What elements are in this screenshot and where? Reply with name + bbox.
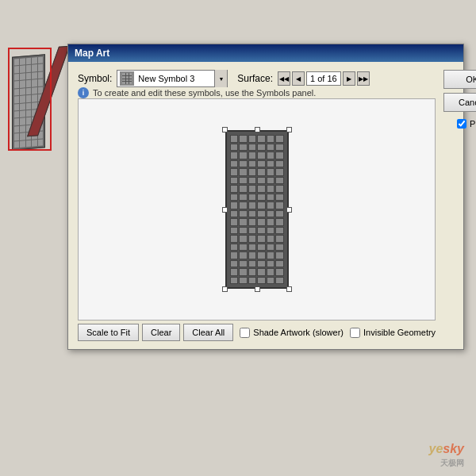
map-art-dialog: Map Art Symbol: New Symbol 3: [67, 44, 464, 350]
symbol-dropdown-arrow[interactable]: ▼: [214, 70, 227, 87]
symbol-thumbnail: [120, 71, 134, 86]
nav-controls: ◀◀ ◀ 1 of 16 ▶ ▶▶: [278, 71, 370, 86]
handle-tr[interactable]: [286, 127, 292, 132]
dialog-main: Symbol: New Symbol 3 ▼: [68, 62, 463, 349]
clear-all-button[interactable]: Clear All: [183, 324, 233, 341]
shade-artwork-label[interactable]: Shade Artwork (slower): [253, 328, 344, 337]
shade-artwork-checkbox[interactable]: [240, 328, 250, 338]
symbol-row: Symbol: New Symbol 3 ▼: [78, 70, 436, 87]
dialog-title-bar: Map Art: [68, 44, 463, 62]
info-icon: i: [78, 87, 89, 98]
3d-object: [8, 48, 52, 151]
handle-mr[interactable]: [286, 207, 292, 213]
symbol-label: Symbol:: [78, 73, 112, 84]
chevron-down-icon: ▼: [218, 76, 224, 82]
nav-last-button[interactable]: ▶▶: [357, 71, 370, 86]
info-row: i To create and edit these symbols, use …: [78, 87, 436, 98]
shade-artwork-group: Shade Artwork (slower): [240, 328, 344, 338]
bottom-row: Scale to Fit Clear Clear All Shade Artwo…: [78, 321, 436, 341]
info-text: To create and edit these symbols, use th…: [93, 88, 316, 98]
watermark-brand: yesky: [429, 441, 465, 458]
preview-label[interactable]: Preview: [470, 119, 476, 129]
handle-tc[interactable]: [255, 127, 260, 132]
surface-label: Surface:: [237, 73, 273, 84]
handle-ml[interactable]: [222, 207, 228, 213]
handle-bc[interactable]: [255, 286, 260, 292]
preview-canvas: // Inline grid cells for(let i=0;i<108;i…: [78, 98, 436, 321]
symbol-dropdown-text: New Symbol 3: [136, 74, 214, 83]
canvas-object: // Inline grid cells for(let i=0;i<108;i…: [225, 130, 289, 289]
surface-count: 1 of 16: [306, 71, 341, 86]
cancel-button[interactable]: Cancel: [443, 93, 476, 112]
watermark: yesky 天极网: [429, 441, 465, 468]
invisible-geometry-group: Invisible Geometry: [350, 328, 436, 338]
dialog-right-panel: OK Cancel Preview: [443, 62, 476, 349]
ok-button[interactable]: OK: [443, 70, 476, 89]
watermark-cn: 天极网: [429, 458, 465, 468]
dialog-title: Map Art: [75, 48, 109, 59]
handle-tl[interactable]: [222, 127, 228, 132]
dialog-content: Symbol: New Symbol 3 ▼: [68, 62, 443, 349]
scale-to-fit-button[interactable]: Scale to Fit: [78, 324, 139, 341]
nav-first-button[interactable]: ◀◀: [278, 71, 290, 86]
invisible-geometry-label[interactable]: Invisible Geometry: [363, 328, 436, 337]
grid-object: // Inline grid cells for(let i=0;i<108;i…: [225, 130, 289, 289]
symbol-dropdown[interactable]: New Symbol 3 ▼: [117, 70, 228, 87]
handle-br[interactable]: [286, 286, 292, 292]
preview-checkbox[interactable]: [457, 119, 466, 129]
nav-prev-button[interactable]: ◀: [292, 71, 305, 86]
handle-bl[interactable]: [222, 286, 228, 292]
clear-button[interactable]: Clear: [142, 324, 180, 341]
preview-check-row: Preview: [457, 119, 476, 129]
invisible-geometry-checkbox[interactable]: [350, 328, 360, 338]
nav-next-button[interactable]: ▶: [343, 71, 355, 86]
